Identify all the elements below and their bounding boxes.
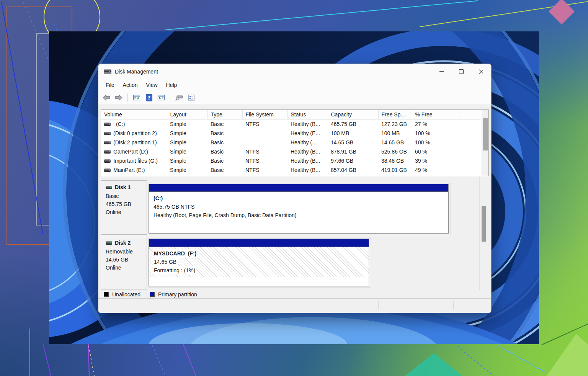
disk-2-state: Online — [106, 264, 147, 272]
menu-help[interactable]: Help — [162, 80, 181, 90]
unallocated-swatch — [104, 292, 109, 297]
disk-1-size: 465.75 GB — [106, 200, 147, 208]
disk-1-row: Disk 1 Basic 465.75 GB Online (C:) 465.7… — [98, 180, 491, 235]
disk-2-kind: Removable — [106, 248, 147, 256]
forward-icon — [114, 94, 123, 101]
disk-management-window: Disk Management File Action View Help — [98, 64, 492, 313]
partition-mysdcard-size: 14.65 GB — [154, 258, 178, 266]
disk-2-label: Disk 2 — [115, 239, 131, 247]
disk-1-info[interactable]: Disk 1 Basic 465.75 GB Online — [101, 180, 147, 235]
status-separator — [378, 301, 379, 309]
partition-c-name: (C:) — [154, 194, 444, 203]
checklist-button[interactable] — [186, 93, 196, 103]
close-button[interactable] — [471, 64, 491, 79]
disk-1-state: Online — [106, 208, 147, 216]
disk-management-app-icon — [104, 69, 111, 74]
graph-pane-scrollbar-thumb[interactable] — [482, 206, 486, 242]
disk-2-info[interactable]: Disk 2 Removable 14.65 GB Online — [101, 236, 147, 289]
col-status[interactable]: Status — [287, 110, 328, 119]
close-icon — [479, 69, 483, 74]
col-free-space[interactable]: Free Sp... — [378, 110, 412, 119]
disk-icon — [106, 241, 112, 245]
menu-file[interactable]: File — [101, 80, 119, 90]
window-title: Disk Management — [115, 69, 158, 75]
disk-icon — [106, 186, 112, 189]
legend: Unallocated Primary partition — [98, 290, 491, 298]
maximize-icon — [459, 69, 464, 74]
rescan-disks-icon — [175, 94, 183, 101]
primary-partition-label: Primary partition — [158, 291, 197, 298]
toolbar-separator — [170, 93, 170, 102]
volume-icon — [104, 168, 111, 172]
desktop-background: Disk Management File Action View Help — [0, 0, 588, 376]
help-icon: ? — [145, 94, 153, 101]
back-icon — [102, 94, 111, 101]
console-tree-icon — [133, 94, 140, 101]
volume-icon — [104, 132, 111, 135]
disk-2-row: Disk 2 Removable 14.65 GB Online MYSDCAR… — [98, 236, 491, 289]
volume-row-gamepart[interactable]: GamePart (D:) Simple Basic NTFS Healthy … — [101, 147, 481, 156]
primary-partition-swatch — [150, 292, 155, 297]
svg-text:?: ? — [147, 95, 150, 101]
minimize-icon — [439, 71, 444, 72]
action-pane-icon — [157, 94, 165, 101]
header-row: Volume Layout Type File System Status Ca… — [101, 110, 481, 119]
toolbar-separator — [127, 93, 128, 102]
menu-action[interactable]: Action — [119, 80, 142, 90]
col-filler — [459, 110, 481, 119]
client-area: Volume Layout Type File System Status Ca… — [98, 104, 491, 313]
volume-icon — [104, 123, 111, 126]
title-bar[interactable]: Disk Management — [98, 64, 491, 79]
volume-icon — [104, 159, 111, 163]
help-button[interactable]: ? — [144, 93, 154, 103]
status-separator — [453, 301, 454, 309]
volume-list-panel: Volume Layout Type File System Status Ca… — [101, 110, 489, 176]
maximize-button[interactable] — [451, 64, 471, 79]
status-bar — [98, 298, 491, 313]
volume-row-disk0-part2[interactable]: (Disk 0 partition 2) Simple Basic Health… — [101, 129, 481, 138]
toolbar: ? — [98, 91, 491, 104]
console-tree-button[interactable] — [132, 93, 142, 103]
col-type[interactable]: Type — [207, 110, 242, 119]
col-pct-free[interactable]: % Free — [412, 110, 459, 119]
col-layout[interactable]: Layout — [167, 110, 207, 119]
volume-icon — [104, 141, 111, 144]
volume-icon — [104, 150, 111, 154]
action-pane-button[interactable] — [156, 93, 166, 103]
volume-table: Volume Layout Type File System Status Ca… — [101, 110, 481, 175]
partition-mysdcard-color-strip — [149, 239, 369, 247]
forward-button[interactable] — [114, 93, 124, 103]
rescan-disks-button[interactable] — [174, 93, 184, 103]
partition-mysdcard[interactable]: MYSDCARD (F:) 14.65 GB Formatting : (1%) — [149, 239, 369, 286]
disk-1-kind: Basic — [106, 192, 147, 200]
partition-c-size: 465.75 GB NTFS — [154, 203, 444, 211]
disk-1-label: Disk 1 — [115, 183, 131, 191]
volume-table-scrollbar[interactable] — [482, 110, 488, 176]
col-volume[interactable]: Volume — [101, 110, 167, 119]
volume-row-disk2-part1[interactable]: (Disk 2 partition 1) Simple Basic Health… — [101, 138, 481, 147]
caption-buttons — [431, 64, 491, 79]
volume-row-c[interactable]: (C:) Simple Basic NTFS Healthy (B... 465… — [101, 119, 481, 129]
partition-mysdcard-status: Formatting : (1%) — [154, 266, 196, 275]
volume-row-mainpart[interactable]: MainPart (E:) Simple Basic NTFS Healthy … — [101, 165, 481, 175]
minimize-button[interactable] — [431, 64, 451, 79]
volume-row-important-files[interactable]: Important files (G:) Simple Basic NTFS H… — [101, 156, 481, 165]
back-button[interactable] — [101, 93, 111, 103]
disk-2-size: 14.65 GB — [106, 256, 147, 264]
menu-view[interactable]: View — [142, 80, 162, 90]
checklist-icon — [188, 94, 195, 101]
partition-c-color-strip — [149, 184, 448, 192]
col-file-system[interactable]: File System — [242, 110, 287, 119]
unallocated-label: Unallocated — [112, 291, 140, 298]
scrollbar-thumb[interactable] — [483, 118, 488, 150]
partition-c-status: Healthy (Boot, Page File, Crash Dump, Ba… — [154, 211, 444, 219]
partition-c[interactable]: (C:) 465.75 GB NTFS Healthy (Boot, Page … — [149, 184, 449, 234]
menu-bar: File Action View Help — [98, 79, 491, 92]
col-capacity[interactable]: Capacity — [328, 110, 378, 119]
partition-mysdcard-name: MYSDCARD (F:) — [154, 249, 198, 258]
